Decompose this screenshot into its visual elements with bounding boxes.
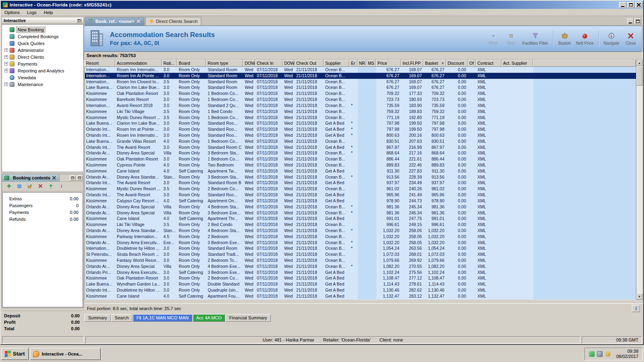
sidebar-item-completed-bookings[interactable]: Completed Bookings <box>2 33 83 40</box>
table-row[interactable]: KissimmeeCane Island4.0Self CateringApar… <box>85 216 636 222</box>
column-header-accommodation[interactable]: Accommodation <box>115 60 162 67</box>
table-row[interactable]: Orlando Ar...Disney Area Standar...Stan.… <box>85 174 636 180</box>
tab-book-ref-none[interactable]: Book. ref.: <none> <box>85 17 144 25</box>
start-button[interactable]: Start <box>1 348 29 360</box>
bottom-tab-summary[interactable]: Summary <box>85 314 111 322</box>
table-row[interactable]: KissimmeeParkway Internation...4.5Room O… <box>85 234 636 240</box>
table-row[interactable]: KissimmeeBarefootn Resort3.0Room Only1 B… <box>85 97 636 103</box>
column-header-check-in[interactable]: Check In <box>255 60 283 67</box>
column-header-of[interactable]: Of <box>468 60 476 67</box>
sidebar-item-new-booking[interactable]: New Booking <box>2 26 83 33</box>
close-button[interactable] <box>635 2 642 8</box>
bottom-tab-search[interactable]: Search <box>111 314 132 322</box>
tabstrip-restore-button[interactable] <box>634 19 641 24</box>
scroll-up-button[interactable]: ▲ <box>636 60 642 66</box>
table-row[interactable]: Orlando Ar...Disney Area SpecialVillaRoo… <box>85 204 636 210</box>
scroll-down-button[interactable]: ▼ <box>636 293 642 300</box>
booking-contents-row[interactable]: Refunds0.00 <box>3 216 83 222</box>
menu-options[interactable]: Options <box>1 9 23 16</box>
tool-nett-price[interactable]: Nett Price <box>574 31 596 46</box>
table-row[interactable]: Orlando Ar...Disney Area SpecialVillaRoo… <box>85 210 636 216</box>
table-row[interactable]: Internation...Rosen Inn At Pointe ...3.0… <box>85 73 636 79</box>
table-row[interactable]: KissimmeeCypress Pointe4.0Room OnlyTwo B… <box>85 162 636 168</box>
info-button[interactable]: i <box>632 305 640 312</box>
column-header-contract[interactable]: Contract <box>476 60 502 67</box>
tool-more[interactable]: More <box>485 31 502 46</box>
table-row[interactable]: Orlando Int...Rosen Inn at Pointe ...3.0… <box>85 126 636 132</box>
column-header-basket[interactable]: Basket▼ <box>423 60 446 67</box>
column-header-nr[interactable]: NR <box>357 60 366 67</box>
minimize-button[interactable] <box>619 2 626 8</box>
bottom-tab-acc-4a-mco[interactable]: Acc 4A MCO <box>193 314 225 322</box>
expand-icon[interactable]: + <box>4 48 8 52</box>
table-row[interactable]: Orlando Ar...Disney Area SpecialVillaRoo… <box>85 263 636 269</box>
tray-volume-icon[interactable] <box>605 351 611 357</box>
column-header-room-type[interactable]: Room type <box>206 60 243 67</box>
table-row[interactable]: KissimmeeMystic Dunes Resort ...3.5Room … <box>85 115 636 121</box>
table-row[interactable]: Internation...Doubletree by Hilton ...3.… <box>85 245 636 251</box>
sidebar-collapse-button[interactable] <box>76 18 82 23</box>
column-header-incl-fl-pp[interactable]: Incl.Fl.PP <box>401 60 423 67</box>
table-row[interactable]: Orlando Int...Rosen Inn Internatio...3.0… <box>85 132 636 138</box>
tool-facilities-filter[interactable]: Facilities Filter <box>520 31 551 46</box>
sidebar-item-payments[interactable]: +Payments <box>2 60 83 67</box>
scrollbar-thumb[interactable] <box>636 66 642 86</box>
column-header-dow[interactable]: DOW <box>283 60 295 67</box>
tool-basket[interactable]: Basket <box>556 31 574 46</box>
menu-logs[interactable]: Logs <box>23 9 40 16</box>
table-row[interactable]: Orlando Ar...Disney Area Executiv...Exe.… <box>85 240 636 246</box>
column-header-rati[interactable]: Rati... <box>162 60 177 67</box>
booking-tool-delete[interactable] <box>37 183 44 190</box>
column-header-supplier[interactable]: Supplier <box>324 60 349 67</box>
column-header-check-out[interactable]: Check Out <box>295 60 324 67</box>
sidebar-item-direct-clients[interactable]: +Direct Clients <box>2 53 83 60</box>
table-row[interactable]: Lake Buena...Clarion Inn Lake Bue...3.0R… <box>85 84 636 90</box>
table-row[interactable]: Internation...Rosen Inn Closest to...3.5… <box>85 79 636 85</box>
table-row[interactable]: Internation...Rosen Inn Internatio...3.0… <box>85 67 636 73</box>
booking-contents-maximize-button[interactable] <box>76 175 83 181</box>
column-header-act-supplier[interactable]: Act. Supplier <box>502 60 533 67</box>
table-row[interactable]: St Petersbu...Sirata Beach Resort ...3.0… <box>85 251 636 257</box>
tabstrip-minimize-button[interactable] <box>627 19 634 24</box>
booking-tool-promote[interactable] <box>47 183 54 190</box>
table-row[interactable]: Internation...Avanti Resort 20183.0Room … <box>85 103 636 109</box>
sidebar-item-maintenance[interactable]: +Maintenance <box>2 81 83 88</box>
menu-help[interactable]: Help <box>40 9 57 16</box>
table-row[interactable]: KissimmeeOak Plantation Resort3.0Room On… <box>85 156 636 162</box>
table-row[interactable]: KissimmeeLiki Tiki Village3.5Room Only2 … <box>85 222 636 228</box>
booking-tool-move-basket[interactable] <box>26 183 33 190</box>
column-header-er[interactable]: Er <box>349 60 357 67</box>
table-row[interactable]: KissimmeeCane Island4.0Self CateringApar… <box>85 293 636 299</box>
table-row[interactable]: Orlando Int...The Avanti Resort3.0Room O… <box>85 144 636 150</box>
tray-display-icon[interactable] <box>597 351 603 357</box>
expand-icon[interactable]: + <box>4 82 8 86</box>
expand-icon[interactable]: + <box>4 69 8 72</box>
table-row[interactable]: KissimmeeCalypso Cay Resort ...4.0Self C… <box>85 198 636 204</box>
booking-tool-info[interactable]: i <box>58 183 65 190</box>
table-row[interactable]: Lake Buena...Clarion Inn Lake Bue...3.0R… <box>85 120 636 126</box>
tool-close[interactable]: Close <box>622 31 640 46</box>
booking-tool-add[interactable] <box>5 183 12 190</box>
table-row[interactable]: KissimmeeCane Island4.0Self CateringApar… <box>85 168 636 174</box>
table-row[interactable]: KissimmeeLiki Tiki Village3.5Room Only1 … <box>85 109 636 115</box>
tab-direct-clients-search[interactable]: Direct Clients Search <box>145 17 201 25</box>
booking-contents-row[interactable]: Payments0.00 <box>3 209 83 216</box>
maximize-button[interactable] <box>627 2 634 8</box>
expand-icon[interactable]: + <box>4 62 8 66</box>
table-row[interactable]: Orlando Ar...Disney Area Standar...Stan.… <box>85 228 636 234</box>
table-row[interactable]: KissimmeeFantasy World Resor...3.0Room O… <box>85 257 636 263</box>
table-row[interactable]: Orlando Pri...Disney Area Executiv...3.0… <box>85 269 636 276</box>
table-row[interactable]: Lake Buena...Grande Villas Resort4.0Room… <box>85 138 636 144</box>
tool-navigate[interactable]: Navigate <box>601 31 622 46</box>
scrollbar-track[interactable] <box>636 86 642 293</box>
column-header-resort[interactable]: Resort <box>85 60 115 67</box>
table-row[interactable]: KissimmeeMystic Dunes Resort ...3.5Room … <box>85 186 636 192</box>
booking-contents-tab[interactable]: Booking contents <box>2 174 60 182</box>
sidebar-item-administrator[interactable]: +Administrator <box>2 47 83 53</box>
column-header-ms[interactable]: MS <box>366 60 376 67</box>
vertical-scrollbar[interactable]: ▲ ▼ <box>636 60 642 300</box>
tray-network-icon[interactable] <box>589 351 594 357</box>
bottom-tab-financial-summary[interactable]: Financial Summary <box>225 314 270 322</box>
table-row[interactable]: Lake Buena...Wyndham Garden La...3.0Room… <box>85 281 636 287</box>
taskbar-app-button[interactable]: Interactive - Ocea... <box>30 348 101 360</box>
